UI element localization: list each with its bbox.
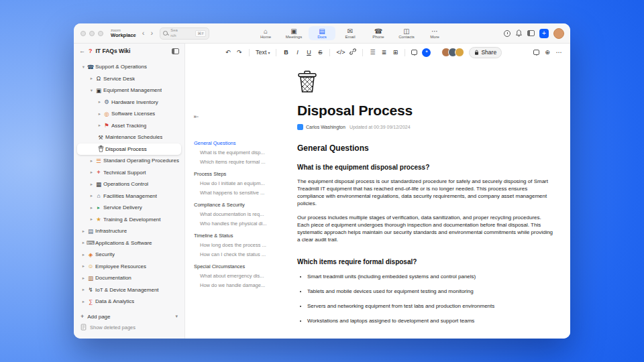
toc-item[interactable]: Who handles the physical di... [194,221,284,227]
add-page-button[interactable]: + Add page ▾ [80,311,178,322]
strikethrough-button[interactable]: S [317,50,323,56]
link-button[interactable] [350,48,356,56]
sidebar-item-equipment-management[interactable]: ▾ ▣ Equipment Management [77,84,181,97]
sidebar-item-training-development[interactable]: ▸ ★ Training & Development [77,214,181,226]
sidebar-item-operations-control[interactable]: ▸ ▦ Operations Control [77,178,181,190]
chevron-right-icon[interactable]: ▸ [80,287,87,292]
tab-more[interactable]: ⋯ More [421,26,448,40]
sidebar-item-maintenance-schedules[interactable]: ⚒ Maintenance Schedules [77,131,181,143]
comments-panel-icon[interactable] [533,50,539,55]
share-button[interactable]: Share [469,47,502,58]
close-window-button[interactable] [80,31,86,36]
chevron-right-icon[interactable]: ▸ [89,170,95,175]
page-title[interactable]: Disposal Process [297,103,553,119]
tab-contacts[interactable]: ◫ Contacts [393,26,420,40]
tab-home[interactable]: ⌂ Home [252,26,279,40]
global-search-input[interactable]: Search ⌘F [160,27,209,40]
user-avatar[interactable] [553,28,564,39]
collapse-outline-icon[interactable]: ⇤ [194,113,284,120]
tab-meetings[interactable]: ▣ Meetings [280,26,307,40]
sidebar-item-applications-software[interactable]: ▸ ⌨ Applications & Software [77,237,181,249]
toc-item[interactable]: What documentation is req... [194,211,284,217]
chevron-right-icon[interactable]: ▸ [80,299,87,304]
toc-section-timeline-status[interactable]: Timeline & Status [194,233,284,239]
section-heading[interactable]: General Questions [297,143,553,153]
chevron-right-icon[interactable]: ▸ [80,229,87,234]
chevron-right-icon[interactable]: ▸ [97,123,103,128]
sidebar-item-hardware-inventory[interactable]: ▸ ⚙ Hardware Inventory [77,97,181,109]
chevron-right-icon[interactable]: ▸ [89,193,95,198]
back-arrow-icon[interactable]: ← [79,48,85,54]
toc-item[interactable]: What about emergency dis... [194,273,284,279]
code-button[interactable]: </> [336,50,345,56]
toc-item[interactable]: What happens to sensitive ... [194,190,284,196]
history-icon[interactable] [504,30,511,37]
toc-item[interactable]: How long does the process ... [194,242,284,248]
bullet-item[interactable]: Servers and networking equipment from te… [307,303,553,310]
bullet-item[interactable]: Smart treadmill units (including embedde… [307,274,553,280]
paragraph[interactable]: Our process includes multiple stages of … [297,214,553,243]
sidebar-item-service-delivery[interactable]: ▸ ► Service Delivery [77,202,181,214]
chevron-right-icon[interactable]: ▸ [97,99,103,105]
sidebar-item-support-operations[interactable]: ▾ ☎ Support & Operations [77,61,181,73]
side-panel-toggle-icon[interactable] [527,30,535,36]
more-options-icon[interactable]: ⋯ [555,50,562,56]
numbered-list-button[interactable]: ≣ [380,50,387,56]
toc-item[interactable]: What is the equipment disp... [194,149,284,156]
bullet-item[interactable]: Tablets and mobile devices used for equi… [307,288,553,295]
nav-forward-icon[interactable]: › [150,29,153,37]
toc-item[interactable]: How can I check the status ... [194,251,284,257]
ai-companion-icon[interactable]: * [422,48,431,57]
redo-icon[interactable]: ↷ [236,50,243,56]
insert-table-button[interactable]: ⊞ [392,50,398,56]
maximize-window-button[interactable] [98,31,103,36]
sidebar-item-standard-operating-procedures[interactable]: ▸ ☰ Standard Operating Procedures [77,155,181,167]
show-deleted-pages-button[interactable]: Show deleted pages [80,322,178,333]
toc-section-special-circumstances[interactable]: Special Circumstances [194,263,284,269]
chevron-right-icon[interactable]: ▸ [80,276,87,281]
sidebar-item-infrastructure[interactable]: ▸ ▤ Infrastructure [77,225,181,237]
collaborator-avatar[interactable] [455,48,464,57]
minimize-window-button[interactable] [89,31,95,36]
chevron-right-icon[interactable]: ▸ [80,263,87,269]
chevron-right-icon[interactable]: ▸ [89,76,95,81]
question-heading[interactable]: What is the equipment disposal process? [297,164,553,171]
chevron-right-icon[interactable]: ▸ [80,240,87,245]
chevron-down-icon[interactable]: ▾ [175,314,178,319]
sidebar-item-disposal-process[interactable]: Disposal Process [77,143,181,156]
notifications-bell-icon[interactable] [515,29,523,37]
chevron-right-icon[interactable]: ▸ [89,205,95,210]
question-heading[interactable]: Which items require formal disposal? [297,258,553,265]
nav-back-icon[interactable]: ‹ [142,29,145,37]
chevron-right-icon[interactable]: ▸ [89,217,95,222]
bullet-list-button[interactable]: ☰ [369,50,376,56]
sidebar-item-documentation[interactable]: ▸ ▥ Documentation [77,272,181,284]
document-body[interactable]: Disposal Process Carlos Washington Updat… [297,61,553,324]
chevron-down-icon[interactable]: ▾ [89,88,95,93]
new-item-button[interactable]: + [539,29,549,38]
language-globe-icon[interactable]: ⊕ [544,50,551,56]
toc-item[interactable]: Which items require formal ... [194,159,284,165]
add-comment-icon[interactable] [411,50,417,55]
sidebar-item-iot-device-management[interactable]: ▸ ↯ IoT & Device Management [77,284,181,296]
bold-button[interactable]: B [282,50,289,56]
tab-docs[interactable]: ▤ Docs [309,26,335,40]
chevron-right-icon[interactable]: ▸ [89,158,95,164]
sidebar-item-technical-support[interactable]: ▸ + Technical Support [77,167,181,179]
tab-phone[interactable]: ☎ Phone [365,26,392,40]
paragraph[interactable]: The equipment disposal process is our st… [297,178,553,207]
tab-email[interactable]: ✉ Email [337,26,364,40]
toc-section-compliance-security[interactable]: Compliance & Security [194,202,284,208]
underline-button[interactable]: U [305,50,312,56]
sidebar-item-facilities-management[interactable]: ▸ ⌂ Facilities Management [77,190,181,202]
text-style-dropdown[interactable]: Text ▾ [256,49,270,56]
bullet-item[interactable]: Workstations and laptops assigned to dev… [307,318,553,324]
collapse-sidebar-icon[interactable] [172,48,179,54]
chevron-right-icon[interactable]: ▸ [97,111,103,117]
toc-section-process-steps[interactable]: Process Steps [194,171,284,177]
chevron-down-icon[interactable]: ▾ [80,64,87,70]
italic-button[interactable]: I [294,50,301,56]
sidebar-item-security[interactable]: ▸ ◈ Security [77,249,181,261]
sidebar-item-data-analytics[interactable]: ▸ ∑ Data & Analytics [77,296,181,308]
toc-item[interactable]: How do we handle damage... [194,282,284,288]
